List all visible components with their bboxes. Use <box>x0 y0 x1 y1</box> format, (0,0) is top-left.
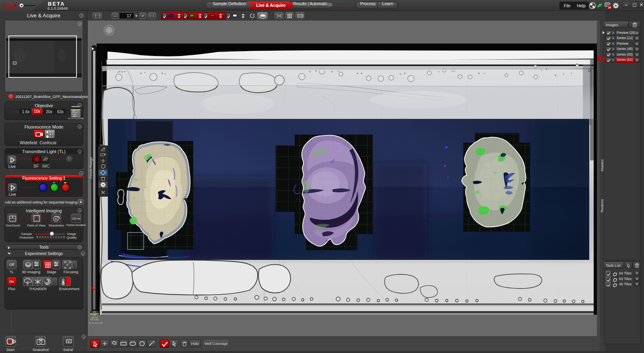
svg-text:F: F <box>66 263 69 267</box>
svg-text:14: 14 <box>608 6 611 9</box>
svg-text:A: A <box>174 345 176 347</box>
svg-text:Leica: Leica <box>3 2 16 8</box>
